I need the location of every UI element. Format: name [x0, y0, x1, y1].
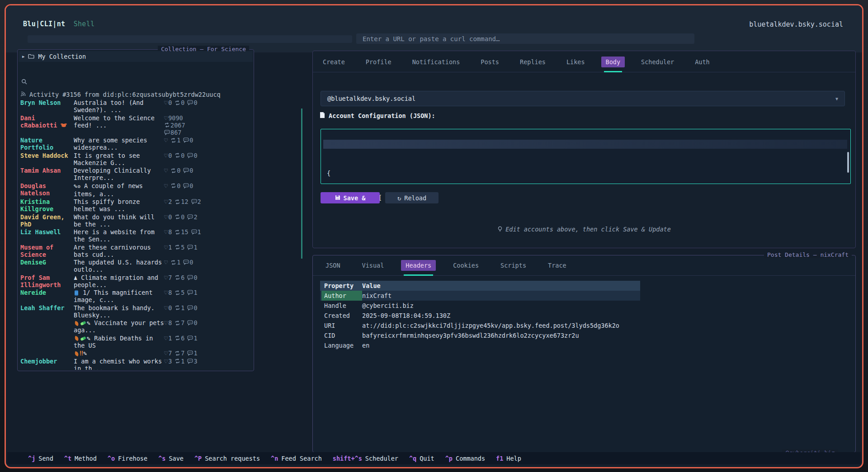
feed-counts: ♡771 [164, 349, 205, 357]
feed-author: Museum of Science [20, 244, 74, 258]
reply-icon [191, 199, 197, 204]
reply-count: 0 [183, 182, 193, 189]
feed-row[interactable]: ChemjobberI am a chemist who works in th… [20, 358, 252, 370]
like-count: ♡0 [164, 152, 172, 159]
request-name-input[interactable] [28, 35, 352, 43]
value-cell: at://did:plc:c2swjkkci7dljjizpgye45kv/ap… [362, 322, 619, 329]
details-tab-trace[interactable]: Trace [543, 260, 571, 271]
tab-body[interactable]: Body [601, 57, 625, 67]
table-row[interactable]: CIDbafyreicxrfmrminhqseoy3pfv36bswdl236h… [313, 330, 851, 340]
repost-count: 5 [175, 244, 184, 251]
table-row[interactable]: Handle@cyberciti.biz [313, 301, 851, 311]
table-header-row: PropertyValue [313, 281, 851, 291]
tab-profile[interactable]: Profile [361, 57, 396, 67]
feed-counts: ♡000 [164, 99, 205, 106]
heart-icon: ♡ [164, 274, 168, 281]
feed-row[interactable]: DeniseGThe updated U.S. hazards outlo...… [20, 259, 252, 273]
repost-icon [170, 138, 176, 143]
logged-in-handle: bluetalkdev.bsky.social [749, 20, 843, 28]
feed-author: David Green, PhD [20, 213, 74, 228]
feed-row[interactable]: Dani cRabaiotti Welcome to the Science f… [20, 114, 252, 136]
details-tab-headers[interactable]: Headers [401, 260, 436, 271]
editor-scrollbar[interactable] [847, 152, 849, 173]
table-row[interactable]: AuthornixCraft [313, 291, 851, 301]
config-label-text: Account Configuration (JSON): [329, 112, 435, 119]
repost-count: 12 [175, 198, 188, 205]
feed-list: Activity #3156 from did:plc:6zqusatsubyb… [20, 91, 252, 370]
heart-icon: ♡ [164, 349, 168, 357]
tab-replies[interactable]: Replies [515, 57, 550, 67]
reply-icon [183, 168, 189, 173]
feed-row[interactable]: Prof Sam Illingworth♟ Climate migration … [20, 274, 252, 288]
feed-row[interactable]: David Green, PhDWhat do you think will b… [20, 213, 252, 228]
heart-icon: ♡ [164, 289, 168, 296]
property-cell: Handle [324, 301, 362, 311]
url-input[interactable] [356, 33, 694, 44]
reply-count: 0 [187, 152, 197, 159]
feed-author: Steve Haddock [20, 152, 74, 159]
repost-count: 1 [175, 304, 184, 312]
feed-author: Douglas Natelson [20, 182, 74, 197]
feed-row[interactable]: Tamim AhsanDeveloping Clinically Interpr… [20, 167, 252, 181]
statusbar-item-send: ^jSend [28, 455, 53, 462]
leaf-emoji [74, 336, 80, 341]
expand-caret-icon[interactable]: ▶ [22, 54, 24, 59]
feed-row[interactable]: Liz HaswellHere is a website from the Se… [20, 228, 252, 243]
post-details-table: PropertyValueAuthornixCraftHandle@cyberc… [313, 281, 851, 350]
repost-count: 2067 [164, 122, 185, 129]
save-button[interactable]: Save & [321, 192, 380, 203]
tab-posts[interactable]: Posts [476, 57, 504, 67]
table-row[interactable]: URIat://did:plc:c2swjkkci7dljjizpgye45kv… [313, 321, 851, 330]
broadcast-icon [20, 91, 26, 98]
like-count: ♡2 [164, 198, 172, 205]
repost-icon [175, 321, 180, 326]
collection-panel: Collection – For Science ▶ My Collection… [17, 49, 254, 371]
reply-count: 0 [183, 137, 193, 144]
feed-row[interactable]: Steve HaddockIt is great to see Mackenzi… [20, 152, 252, 166]
table-row[interactable]: Created2025-09-08T18:04:59.130Z [313, 311, 851, 321]
reply-count: 1 [191, 228, 201, 236]
feed-row[interactable]: Kristina KillgroveThis spiffy bronze hel… [20, 198, 252, 212]
reply-icon [187, 350, 193, 356]
search-icon[interactable] [21, 78, 27, 86]
reload-button[interactable]: ↻ Reload [385, 192, 439, 203]
feed-author: Dani cRabaiotti [20, 114, 74, 129]
feed-row[interactable]: ✎ Rabies Deaths in the US♡161 [20, 335, 252, 349]
account-select[interactable]: @bluetalkdev.bsky.social ▼ [321, 91, 845, 106]
feed-row[interactable]: Douglas Natelson✎⚙ A couple of news item… [20, 182, 252, 198]
tab-auth[interactable]: Auth [690, 57, 714, 67]
repost-icon [170, 168, 176, 173]
feed-row[interactable]: Nereide 1/ This magnificent image, c...♡… [20, 289, 252, 303]
config-editor[interactable]: { "accounts": [ [321, 129, 851, 184]
status-bar: ^jSend^tMethod^oFirehose^sSave^PSearch r… [7, 452, 861, 464]
tab-likes[interactable]: Likes [562, 57, 590, 67]
document-icon [320, 112, 325, 120]
repost-count: 0 [170, 182, 180, 189]
feed-row[interactable]: Leah ShafferThe bookmark is handy. Blues… [20, 304, 252, 319]
tab-create[interactable]: Create [318, 57, 349, 67]
statusbar-item-scheduler: shift+^sScheduler [333, 455, 398, 462]
statusbar-item-save: ^sSave [158, 455, 184, 462]
collection-root-item[interactable]: ▶ My Collection [19, 51, 253, 62]
reply-icon [187, 245, 193, 250]
pane-separator[interactable] [301, 109, 302, 259]
heart-icon: ♡ [164, 304, 168, 312]
leaf-emoji [74, 351, 80, 356]
feed-row[interactable]: Nature PortfolioWhy are some species wid… [20, 137, 252, 151]
feed-row[interactable]: ✎ Vaccinate your pets aga...♡870 [20, 319, 252, 334]
tab-scheduler[interactable]: Scheduler [637, 57, 679, 67]
feed-row[interactable]: ‼✎♡771 [20, 349, 252, 357]
tab-notifications[interactable]: Notifications [408, 57, 465, 67]
feed-row[interactable]: Bryn NelsonAustralia too! (And Sweden?).… [20, 99, 252, 113]
reply-icon [187, 214, 193, 220]
details-tab-visual[interactable]: Visual [358, 260, 389, 271]
details-tab-scripts[interactable]: Scripts [496, 260, 531, 271]
details-tab-cookies[interactable]: Cookies [448, 260, 483, 271]
table-row[interactable]: Languageen [313, 340, 851, 350]
reply-icon [183, 183, 189, 189]
feed-row[interactable]: Museum of ScienceAre these carnivorous b… [20, 244, 252, 258]
like-count: ♡8 [164, 289, 172, 296]
feed-author: Tamim Ahsan [20, 167, 74, 174]
details-tab-json[interactable]: JSON [321, 260, 345, 271]
feed-message: Australia too! (And Sweden?). ... [74, 99, 164, 113]
